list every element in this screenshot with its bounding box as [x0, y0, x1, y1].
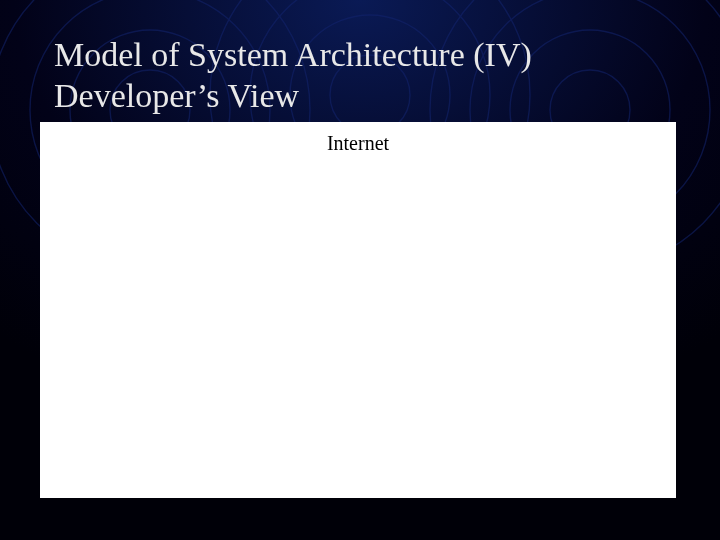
content-panel: Internet	[40, 122, 676, 498]
slide-title-line1: Model of System Architecture (IV)	[54, 34, 532, 75]
panel-label-internet: Internet	[327, 132, 389, 155]
slide-title-line2: Developer’s View	[54, 75, 532, 116]
slide-title: Model of System Architecture (IV) Develo…	[54, 34, 532, 117]
